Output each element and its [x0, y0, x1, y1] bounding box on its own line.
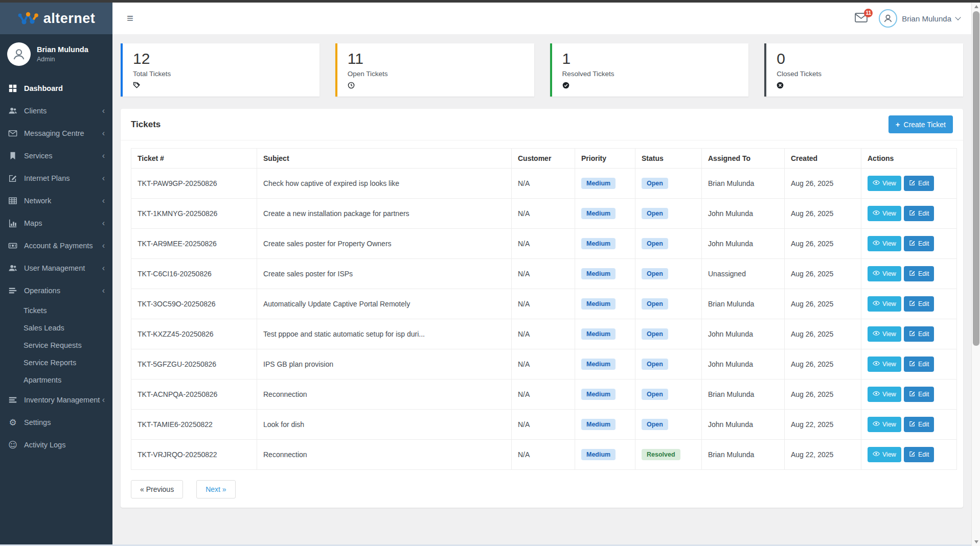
- column-header-priority: Priority: [575, 149, 635, 169]
- sidebar-toggle-icon[interactable]: ≡: [124, 10, 136, 27]
- sidebar-subitem-apartments[interactable]: Apartments: [0, 371, 112, 389]
- view-button[interactable]: View: [868, 176, 901, 191]
- view-button[interactable]: View: [868, 206, 901, 221]
- created-cell: Aug 26, 2025: [785, 319, 861, 349]
- view-button[interactable]: View: [868, 447, 901, 462]
- assigned-to-cell: John Mulunda: [702, 229, 785, 259]
- view-button[interactable]: View: [868, 387, 901, 402]
- subject-cell: Automatically Update Captive Portal Remo…: [257, 289, 512, 319]
- subject-cell: Create sales poster for ISPs: [257, 259, 512, 289]
- view-button[interactable]: View: [868, 296, 901, 312]
- table-row: TKT-ACNPQA-20250826ReconnectionN/AMedium…: [131, 379, 957, 410]
- sidebar-item-label: Dashboard: [24, 84, 105, 92]
- sidebar-item-label: Settings: [24, 418, 105, 426]
- sidebar-item-services[interactable]: Services‹: [0, 145, 112, 167]
- scrollbar-thumb[interactable]: [973, 11, 979, 346]
- messages-button[interactable]: 11: [855, 13, 868, 25]
- create-ticket-button[interactable]: + Create Ticket: [888, 115, 953, 133]
- eye-icon: [873, 180, 880, 187]
- sidebar-item-account-payments[interactable]: Account & Payments‹: [0, 234, 112, 257]
- edit-button[interactable]: Edit: [904, 326, 935, 342]
- sidebar-item-settings[interactable]: ⚙Settings: [0, 411, 112, 434]
- priority-badge: Medium: [581, 238, 616, 249]
- page-content: 12Total Tickets11Open Tickets1Resolved T…: [112, 34, 971, 544]
- view-button[interactable]: View: [868, 326, 901, 342]
- stat-value: 11: [348, 50, 524, 67]
- chevron-left-icon: ‹: [102, 242, 105, 250]
- tags-icon: [133, 82, 309, 89]
- status-badge: Resolved: [642, 449, 680, 460]
- sidebar-item-dashboard[interactable]: Dashboard: [0, 77, 112, 100]
- ticket-number-cell: TKT-1KMNYG-20250826: [131, 199, 257, 229]
- sidebar-item-messaging-centre[interactable]: Messaging Centre‹: [0, 122, 112, 145]
- priority-cell: Medium: [575, 349, 635, 379]
- sidebar-subitem-label: Sales Leads: [24, 324, 105, 332]
- status-cell: Open: [635, 349, 702, 379]
- sidebar-item-user-management[interactable]: User Management‹: [0, 257, 112, 279]
- subject-cell: Create sales poster for Property Owners: [257, 229, 512, 259]
- edit-button[interactable]: Edit: [904, 206, 935, 221]
- sidebar-subitem-label: Service Requests: [24, 341, 105, 349]
- pencil-square-icon: [909, 420, 916, 429]
- sidebar-item-label: Inventory Management: [24, 396, 102, 404]
- view-button[interactable]: View: [868, 357, 901, 372]
- user-menu[interactable]: Brian Mulunda: [879, 9, 960, 28]
- sidebar-subitem-service-requests[interactable]: Service Requests: [0, 337, 112, 354]
- ticket-number-cell: TKT-C6CI16-20250826: [131, 259, 257, 289]
- view-button[interactable]: View: [868, 417, 901, 432]
- view-button[interactable]: View: [868, 236, 901, 251]
- table-row: TKT-TAMIE6-20250822Look for dishN/AMediu…: [131, 410, 957, 440]
- sidebar-item-label: Account & Payments: [24, 242, 102, 250]
- sidebar-subitem-service-reports[interactable]: Service Reports: [0, 354, 112, 371]
- created-cell: Aug 22, 2025: [785, 440, 861, 470]
- sidebar-item-activity-logs[interactable]: ☺Activity Logs: [0, 434, 112, 456]
- brand-logo[interactable]: alternet: [0, 3, 112, 34]
- status-cell: Open: [635, 199, 702, 229]
- chevron-left-icon: ‹: [102, 219, 105, 227]
- edit-button[interactable]: Edit: [904, 296, 935, 312]
- assigned-to-cell: Unassigned: [702, 259, 785, 289]
- pencil-square-icon: [909, 240, 916, 248]
- sidebar-item-network[interactable]: Network‹: [0, 189, 112, 212]
- next-page-button[interactable]: Next »: [196, 480, 235, 498]
- vertical-scrollbar[interactable]: [971, 3, 980, 546]
- edit-button[interactable]: Edit: [904, 387, 935, 402]
- sidebar-nav: DashboardClients‹Messaging Centre‹Servic…: [0, 77, 112, 456]
- edit-button[interactable]: Edit: [904, 236, 935, 251]
- edit-button[interactable]: Edit: [904, 417, 935, 432]
- column-header-customer: Customer: [512, 149, 575, 169]
- chevron-left-icon: ‹: [102, 396, 105, 404]
- check-circle-icon: [562, 82, 739, 89]
- sidebar-subitem-tickets[interactable]: Tickets: [0, 302, 112, 319]
- eye-icon: [873, 270, 880, 277]
- sidebar-item-maps[interactable]: Maps‹: [0, 212, 112, 234]
- sidebar-item-inventory-management[interactable]: Inventory Management‹: [0, 389, 112, 411]
- sidebar-subitem-label: Service Reports: [24, 359, 105, 367]
- chevron-left-icon: ‹: [102, 174, 105, 182]
- table-row: TKT-PAW9GP-20250826Check how captive of …: [131, 169, 957, 199]
- edit-button[interactable]: Edit: [904, 266, 935, 281]
- edit-button[interactable]: Edit: [904, 357, 935, 372]
- pencil-square-icon: [909, 360, 916, 368]
- sidebar-subitem-sales-leads[interactable]: Sales Leads: [0, 319, 112, 337]
- column-header-created: Created: [785, 149, 861, 169]
- topbar-user-name: Brian Mulunda: [902, 14, 951, 23]
- previous-page-button[interactable]: « Previous: [131, 480, 183, 498]
- network-icon: [8, 196, 18, 206]
- edit-button[interactable]: Edit: [904, 176, 935, 191]
- status-badge: Open: [642, 238, 668, 249]
- status-badge: Open: [642, 298, 668, 310]
- priority-cell: Medium: [575, 289, 635, 319]
- pencil-square-icon: [909, 179, 916, 187]
- sidebar-item-internet-plans[interactable]: Internet Plans‹: [0, 167, 112, 189]
- tickets-table: Ticket #SubjectCustomerPriorityStatusAss…: [131, 148, 957, 470]
- internet-plans-icon: [8, 173, 18, 183]
- scroll-down-arrow[interactable]: [972, 538, 980, 546]
- edit-button[interactable]: Edit: [904, 447, 935, 462]
- eye-icon: [873, 330, 880, 338]
- view-button[interactable]: View: [868, 266, 901, 281]
- scroll-up-arrow[interactable]: [972, 3, 980, 11]
- sidebar-item-operations[interactable]: Operations‹: [0, 279, 112, 302]
- sidebar-item-clients[interactable]: Clients‹: [0, 100, 112, 122]
- priority-cell: Medium: [575, 379, 635, 410]
